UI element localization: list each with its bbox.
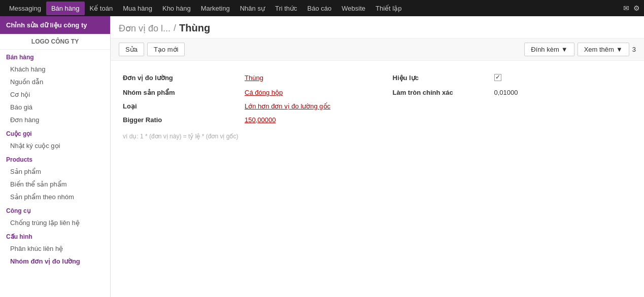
sidebar-item-bao-gia[interactable]: Báo giá: [0, 101, 110, 114]
breadcrumb: Đơn vị đo l... / Thùng: [111, 16, 644, 39]
sidebar-header[interactable]: Chỉnh sửa dữ liệu công ty: [0, 16, 110, 34]
nav-item-mua-hang[interactable]: Mua hàng: [118, 2, 157, 15]
mail-icon[interactable]: ✉: [623, 4, 629, 12]
nav-item-website[interactable]: Website: [336, 2, 370, 15]
sidebar-item-nhat-ky-cuoc-goi[interactable]: Nhật ký cuộc gọi: [0, 139, 110, 152]
label-nhom-san-pham: Nhóm sản phẩm: [123, 86, 245, 99]
settings-icon[interactable]: ⚙: [633, 4, 640, 12]
nav-item-thiet-lap[interactable]: Thiết lập: [370, 2, 406, 15]
sidebar-item-co-hoi[interactable]: Cơ hội: [0, 88, 110, 101]
label-loai: Loại: [123, 99, 245, 113]
sidebar-section-cuoc-goi: Cuộc gọi: [0, 126, 110, 139]
nav-item-messaging[interactable]: Messaging: [4, 2, 46, 15]
more-chevron-icon: ▼: [616, 46, 623, 53]
label-bigger-ratio: Bigger Ratio: [123, 113, 245, 127]
label-hieu-luc: Hiệu lực: [383, 71, 494, 85]
value-don-vi-do-luong[interactable]: Thùng: [245, 71, 383, 85]
breadcrumb-current: Thùng: [179, 22, 210, 34]
form-area: Đơn vị đo lường Thùng Hiệu lực Nhóm sản …: [111, 61, 644, 297]
nav-item-ban-hang[interactable]: Bán hàng: [46, 2, 85, 15]
sidebar-item-san-pham[interactable]: Sản phẩm: [0, 165, 110, 178]
nav-item-bao-cao[interactable]: Báo cáo: [302, 2, 337, 15]
nav-item-ke-toan[interactable]: Kế toán: [85, 2, 118, 15]
sidebar-item-nguon-dan[interactable]: Nguồn dẫn: [0, 76, 110, 88]
sidebar-section-cau-hinh: Cấu hình: [0, 229, 110, 242]
more-label: Xem thêm: [584, 46, 614, 53]
checkbox-hieu-luc[interactable]: [494, 74, 501, 81]
sidebar-item-nhom-don-vi-do-luong[interactable]: Nhóm đơn vị đo lường: [0, 255, 110, 268]
new-button[interactable]: Tạo mới: [147, 43, 185, 56]
top-navigation: Messaging Bán hàng Kế toán Mua hàng Kho …: [0, 0, 644, 16]
sidebar-section-cong-cu: Công cụ: [0, 203, 110, 216]
value-nhom-san-pham[interactable]: Cá đóng hộp: [245, 86, 383, 99]
value-lam-tron: 0,01000: [494, 86, 632, 99]
breadcrumb-parent[interactable]: Đơn vị đo l...: [119, 23, 171, 34]
label-lam-tron: Làm tròn chính xác: [383, 86, 494, 99]
value-bigger-ratio[interactable]: 150,00000: [245, 113, 383, 127]
value-hieu-luc: [494, 71, 632, 86]
sidebar-item-khach-hang[interactable]: Khách hàng: [0, 63, 110, 76]
nav-item-kho-hang[interactable]: Kho hàng: [157, 2, 196, 15]
logo-area: LOGO CÔNG TY: [0, 34, 110, 50]
sidebar: Chỉnh sửa dữ liệu công ty LOGO CÔNG TY B…: [0, 16, 111, 297]
attach-chevron-icon: ▼: [561, 46, 568, 53]
sidebar-item-phan-khuc-lien-he[interactable]: Phân khúc liên hệ: [0, 242, 110, 255]
attach-button[interactable]: Đính kèm ▼: [524, 43, 574, 56]
nav-item-nhan-su[interactable]: Nhân sự: [235, 2, 270, 15]
toolbar: Sửa Tạo mới Đính kèm ▼ Xem thêm ▼ 3: [111, 39, 644, 61]
nav-item-tri-thuc[interactable]: Tri thức: [270, 2, 302, 15]
example-text: ví dụ: 1 * (đơn vị này) = tỷ lệ * (đơn v…: [123, 133, 632, 140]
sidebar-item-san-pham-theo-nhom[interactable]: Sản phẩm theo nhóm: [0, 191, 110, 203]
sidebar-section-products: Products: [0, 152, 110, 165]
label-don-vi-do-luong: Đơn vị đo lường: [123, 71, 245, 85]
edit-button[interactable]: Sửa: [119, 43, 144, 56]
sidebar-item-don-hang[interactable]: Đơn hàng: [0, 114, 110, 126]
main-content: Đơn vị đo l... / Thùng Sửa Tạo mới Đính …: [111, 16, 644, 297]
more-button[interactable]: Xem thêm ▼: [578, 43, 629, 56]
value-loai[interactable]: Lớn hơn đơn vị đo lường gốc: [245, 99, 383, 113]
sidebar-item-chong-trung-lap[interactable]: Chống trùng lặp liên hệ: [0, 216, 110, 229]
nav-item-marketing[interactable]: Marketing: [196, 2, 235, 15]
page-count: 3: [632, 46, 636, 53]
breadcrumb-separator: /: [174, 23, 176, 33]
sidebar-section-ban-hang: Bán hàng: [0, 50, 110, 63]
attach-label: Đính kèm: [531, 46, 559, 53]
sidebar-item-bien-the-san-pham[interactable]: Biến thể sản phẩm: [0, 178, 110, 191]
